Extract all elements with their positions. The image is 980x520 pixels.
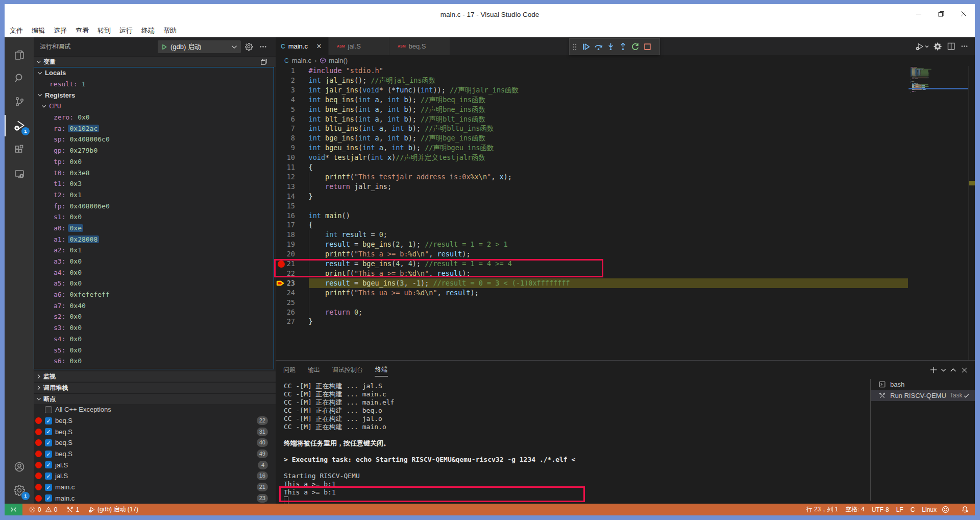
variable-row-CPU[interactable]: CPU [34, 101, 274, 112]
breadcrumb-symbol[interactable]: main() [329, 57, 348, 64]
code-line-5[interactable]: 5int bne_ins(int a, int b); //声明bne_ins函… [276, 105, 909, 114]
extensions-icon[interactable] [5, 137, 34, 162]
variable-row-tp[interactable]: tp:0x0 [34, 156, 274, 168]
minimize-button[interactable] [908, 4, 930, 23]
code-line-2[interactable]: 2int jal_ins(); //声明jal_ins函数 [276, 76, 909, 85]
variable-row-a3[interactable]: a3:0x0 [34, 256, 274, 267]
tab-main.c[interactable]: C main.c ✕ [276, 37, 329, 55]
eol-status[interactable]: LF [894, 504, 906, 515]
search-icon[interactable] [5, 66, 34, 90]
terminal-instance-bash[interactable]: bash [871, 379, 975, 390]
close-button[interactable] [952, 4, 975, 23]
variable-row-s7[interactable]: s7:0x0 [34, 367, 274, 369]
breadcrumb-file[interactable]: main.c [292, 57, 311, 64]
checkbox-checked[interactable]: ✓ [45, 484, 52, 491]
menu-run[interactable]: 运行 [116, 26, 136, 35]
variable-row-ra[interactable]: ra:0x102ac [34, 123, 274, 134]
code-line-3[interactable]: 3int jalr_ins(void* (*func)(int)); //声明j… [276, 85, 909, 95]
code-line-24[interactable]: 24 printf("This ua >= ub:%d\n", result); [276, 288, 909, 298]
variable-row-a1[interactable]: a1:0x28008 [34, 233, 274, 245]
settings-gear-icon[interactable]: 1 [5, 478, 34, 503]
variable-row-gp[interactable]: gp:0x279b0 [34, 145, 274, 156]
split-editor-icon[interactable] [944, 40, 958, 53]
language-mode-status[interactable]: C [908, 504, 918, 515]
collapse-all-icon[interactable] [260, 58, 268, 66]
notifications-bell-icon[interactable] [952, 504, 975, 515]
terminal-instance-Run RISCV-QEMU[interactable]: Run RISCV-QEMUTask [871, 390, 975, 401]
code-line-9[interactable]: 9int bgeu_ins(int a, int b); //声明bgeu_in… [276, 143, 909, 153]
variable-row-a5[interactable]: a5:0x0 [34, 278, 274, 289]
variable-row-s3[interactable]: s3:0x0 [34, 322, 274, 334]
toolbar-grip[interactable] [570, 40, 580, 54]
minimap[interactable] [909, 66, 968, 360]
code-line-11[interactable]: 11{ [276, 162, 909, 172]
variable-row-sp[interactable]: sp:0x408006c0 [34, 134, 274, 145]
variable-row-zero[interactable]: zero:0x0 [34, 112, 274, 123]
launch-config-select[interactable]: (gdb) 启动 [158, 40, 241, 53]
checkbox-unchecked[interactable] [45, 406, 52, 413]
breakpoint-row-main.c-23[interactable]: ✓main.c23 [34, 493, 276, 504]
variable-row-t1[interactable]: t1:0x3 [34, 178, 274, 190]
breakpoint-row-main.c-21[interactable]: ✓main.c21 [34, 482, 276, 493]
section-watch[interactable]: 监视 [34, 371, 276, 382]
variable-row-a7[interactable]: a7:0x40 [34, 300, 274, 311]
tab-problems[interactable]: 问题 [283, 364, 296, 376]
code-line-10[interactable]: 10void* testjalr(int x)//声明并定义testjalr函数 [276, 153, 909, 162]
breakpoint-row-beq.S-49[interactable]: ✓beq.S49 [34, 448, 276, 460]
debug-session-status[interactable]: (gdb) 启动 (17) [86, 504, 141, 515]
variable-row-s2[interactable]: s2:0x0 [34, 311, 274, 322]
code-line-7[interactable]: 7int bltu_ins(int a, int b); //声明bltu_in… [276, 124, 909, 133]
feedback-smiley-icon[interactable] [939, 504, 952, 515]
account-icon[interactable] [5, 455, 34, 479]
problems-status[interactable]: 0 0 [27, 504, 60, 515]
breakpoint-row-beq.S-31[interactable]: ✓beq.S31 [34, 426, 276, 437]
code-line-8[interactable]: 8int bge_ins(int a, int b); //声明bge_ins函… [276, 133, 909, 143]
checkbox-checked[interactable]: ✓ [45, 451, 52, 458]
tab-debug-console[interactable]: 调试控制台 [332, 364, 363, 376]
tab-output[interactable]: 输出 [307, 364, 321, 376]
code-line-1[interactable]: 1#include "stdio.h" [276, 66, 909, 76]
explorer-icon[interactable] [5, 43, 34, 67]
menu-help[interactable]: 帮助 [160, 26, 180, 35]
variable-row-a4[interactable]: a4:0x0 [34, 267, 274, 278]
variable-row-fp[interactable]: fp:0x408006e0 [34, 200, 274, 211]
breakpoint-row-beq.S-22[interactable]: ✓beq.S22 [34, 415, 276, 427]
stop-icon[interactable] [641, 40, 653, 54]
restart-icon[interactable] [629, 40, 641, 54]
code-editor[interactable]: 1#include "stdio.h"2int jal_ins(); //声明j… [276, 66, 975, 360]
remote-explorer-icon[interactable] [5, 162, 34, 186]
menu-go[interactable]: 转到 [94, 26, 114, 35]
breakpoint-row-beq.S-40[interactable]: ✓beq.S40 [34, 437, 276, 448]
code-line-12[interactable]: 12 printf("This testjalr address is:0x%x… [276, 172, 909, 182]
menu-file[interactable]: 文件 [7, 26, 26, 35]
variable-row-s1[interactable]: s1:0x0 [34, 211, 274, 223]
variable-row-s4[interactable]: s4:0x0 [34, 334, 274, 345]
cursor-position-status[interactable]: 行 23，列 1 [804, 504, 841, 515]
code-line-23[interactable]: 23 result = bgeu_ins(3, -1); //result = … [276, 278, 909, 288]
tab-jal.S[interactable]: ASM jal.S [329, 37, 389, 55]
continue-icon[interactable] [580, 40, 592, 54]
variable-row-a6[interactable]: a6:0xfefefeff [34, 289, 274, 300]
variable-row-Locals[interactable]: Locals [34, 67, 274, 79]
variable-row-s5[interactable]: s5:0x0 [34, 344, 274, 356]
step-into-icon[interactable] [604, 40, 617, 54]
menu-terminal[interactable]: 终端 [138, 26, 158, 35]
terminal-output[interactable]: CC -[M] 正在构建 ... jal.SCC -[M] 正在构建 ... m… [284, 382, 870, 504]
breakpoint-row-jal.S-16[interactable]: ✓jal.S16 [34, 470, 276, 482]
variable-row-s6[interactable]: s6:0x0 [34, 356, 274, 367]
run-and-debug-icon[interactable]: 1 [5, 113, 34, 138]
section-call-stack[interactable]: 调用堆栈 [34, 382, 276, 393]
breakpoint-row-jal.S-4[interactable]: ✓jal.S4 [34, 459, 276, 470]
tab-terminal[interactable]: 终端 [375, 363, 388, 376]
checkbox-checked[interactable]: ✓ [45, 428, 52, 435]
code-line-20[interactable]: 20 printf("This a >= b:%d\n", result); [276, 249, 909, 259]
checkbox-checked[interactable]: ✓ [45, 439, 52, 446]
terminal-dropdown-icon[interactable] [939, 364, 947, 375]
code-line-6[interactable]: 6int blt_ins(int a, int b); //声明blt_ins函… [276, 114, 909, 124]
code-line-25[interactable]: 25 [276, 298, 909, 308]
os-status[interactable]: Linux [919, 504, 939, 515]
ports-status[interactable]: 1 [64, 504, 82, 515]
new-terminal-icon[interactable] [928, 364, 939, 375]
tab-beq.S[interactable]: ASM beq.S [389, 37, 450, 55]
checkbox-checked[interactable]: ✓ [45, 472, 52, 480]
